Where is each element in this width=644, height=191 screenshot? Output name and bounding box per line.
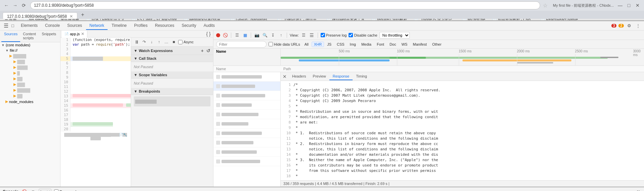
filter-doc[interactable]: Doc xyxy=(387,42,399,47)
tab-resources[interactable]: Resources xyxy=(152,22,177,30)
breakpoint-item-1[interactable]: █████████ xyxy=(134,96,210,106)
filter-other[interactable]: Other xyxy=(430,42,444,47)
tree-item-3a[interactable]: ▶ ███ xyxy=(0,59,60,64)
maximize-button[interactable]: □ xyxy=(625,2,633,9)
sources-subtab-sources[interactable]: Sources xyxy=(1,31,20,42)
network-row-9[interactable] xyxy=(213,147,280,157)
filter-font[interactable]: Font xyxy=(374,42,387,47)
tab-sources[interactable]: Sources xyxy=(64,22,85,30)
tree-item-3e[interactable]: ▶ ███ xyxy=(0,82,60,87)
filter-ws[interactable]: WS xyxy=(399,42,410,47)
settings-button[interactable]: ⚙ xyxy=(626,22,633,29)
active-browser-tab[interactable]: 127.0.0.1:8080/debug?port=5858 ✕ xyxy=(3,12,77,19)
watch-expressions-header[interactable]: ▼ Watch Expressions + ↺ xyxy=(131,47,213,55)
watch-refresh-button[interactable]: ↺ xyxy=(206,48,210,53)
detail-tab-timing[interactable]: Timing xyxy=(353,73,370,80)
network-row-10[interactable] xyxy=(213,157,280,166)
stop-debug-button[interactable]: ■ xyxy=(171,39,177,45)
tree-item-file[interactable]: ▼ file:// xyxy=(0,48,60,53)
console-filter-button[interactable]: ▼ xyxy=(30,189,36,191)
console-preserve-log-checkbox[interactable] xyxy=(54,189,58,191)
tree-item-3d[interactable]: ▶ ██ xyxy=(0,76,60,82)
format-code-button[interactable]: { } xyxy=(205,31,212,37)
watch-add-button[interactable]: + xyxy=(201,48,204,53)
tab-elements[interactable]: Elements xyxy=(17,22,41,30)
network-row-4[interactable] xyxy=(213,100,280,110)
view-large-rows[interactable]: ☰ xyxy=(309,32,315,38)
camera-icon[interactable]: 📷 xyxy=(254,32,260,38)
step-over-button[interactable]: ↷ xyxy=(141,39,147,45)
breakpoints-header[interactable]: ▼ Breakpoints xyxy=(131,88,213,95)
disable-cache-checkbox[interactable] xyxy=(349,33,353,37)
detail-tab-preview[interactable]: Preview xyxy=(310,73,329,80)
import-icon[interactable]: ↧ xyxy=(270,32,276,38)
tree-item-core[interactable]: ▼ (core modules) xyxy=(0,42,60,48)
async-checkbox-label[interactable]: Async xyxy=(178,40,194,44)
tree-item-3g[interactable]: ▶ ██ xyxy=(0,93,60,99)
filter-xhr[interactable]: XHR xyxy=(312,42,324,47)
console-clear-button[interactable]: 🚫 xyxy=(21,189,27,191)
forward-button[interactable]: → xyxy=(11,2,19,9)
network-row-5[interactable] xyxy=(213,110,280,119)
tab-audits[interactable]: Audits xyxy=(200,22,218,30)
scope-header[interactable]: ▼ Scope Variables xyxy=(131,71,213,79)
disable-cache-label[interactable]: Disable cache xyxy=(349,33,377,37)
reload-button[interactable]: ⟳ xyxy=(20,2,28,9)
file-tab-appjs[interactable]: 📄 app.js ✕ xyxy=(62,31,87,38)
file-tab-close[interactable]: ✕ xyxy=(81,32,84,36)
inspect-element-button[interactable]: □ xyxy=(9,22,16,29)
toggle-sidebar-button[interactable]: ☰ xyxy=(3,22,9,29)
new-tab-button[interactable]: + xyxy=(79,11,87,19)
export-icon[interactable]: ↑ xyxy=(278,32,284,38)
more-menu-button[interactable]: ⋮ xyxy=(635,22,641,29)
tree-item-3f[interactable]: ▶ █████ xyxy=(0,87,60,93)
tab-network[interactable]: Network xyxy=(86,22,108,30)
filter-img[interactable]: Img xyxy=(348,42,358,47)
console-tab-label[interactable]: Console xyxy=(3,189,18,191)
tab-security[interactable]: Security xyxy=(178,22,199,30)
console-preserve-log-label[interactable]: Preserve log xyxy=(54,189,80,191)
filter-css[interactable]: CSS xyxy=(334,42,347,47)
view-waterfall-icon[interactable]: ▦ xyxy=(242,32,248,38)
response-content[interactable]: 1 /* 2 * Copyright (C) 2006, 2007, 2008 … xyxy=(281,81,644,180)
filter-all[interactable]: All xyxy=(302,42,311,47)
filter-input[interactable] xyxy=(216,41,267,48)
back-button[interactable]: ← xyxy=(3,2,10,9)
detail-tab-response[interactable]: Response xyxy=(329,73,353,80)
step-out-button[interactable]: ↑ xyxy=(156,39,162,45)
tab-profiles[interactable]: Profiles xyxy=(131,22,151,30)
filter-icon[interactable]: 🔍 xyxy=(262,32,268,38)
filter-media[interactable]: Media xyxy=(359,42,374,47)
network-row-3[interactable] xyxy=(213,91,280,100)
tree-item-3b[interactable]: ▶ ████ xyxy=(0,64,60,70)
preserve-log-checkbox[interactable] xyxy=(321,33,325,37)
hide-data-urls-checkbox[interactable] xyxy=(269,42,273,46)
tree-item-2[interactable]: ▶ █████ xyxy=(0,53,60,59)
address-bar[interactable]: 127.0.0.1:8080/debug?port=5858 xyxy=(30,1,540,9)
pause-button[interactable]: ⏸ xyxy=(134,39,140,45)
close-console-button[interactable]: ✕ xyxy=(635,189,641,191)
deactivate-breakpoints-button[interactable]: … xyxy=(163,39,169,45)
preserve-log-label[interactable]: Preserve log xyxy=(321,33,347,37)
filter-manifest[interactable]: Manifest xyxy=(410,42,429,47)
network-row-6[interactable] xyxy=(213,119,280,129)
view-list-icon[interactable]: ☰ xyxy=(234,32,240,38)
sources-subtab-content[interactable]: Content scripts xyxy=(20,31,39,42)
tab-close-btn[interactable]: ✕ xyxy=(70,14,73,19)
detail-tab-headers[interactable]: Headers xyxy=(289,73,310,80)
code-editor[interactable]: 1 (function (exports, require, module, _… xyxy=(61,38,131,187)
record-button[interactable] xyxy=(216,33,220,37)
tab-timeline[interactable]: Timeline xyxy=(108,22,130,30)
tree-item-3c[interactable]: ▶ █ xyxy=(0,70,60,76)
throttle-select[interactable]: No throttling xyxy=(379,32,410,39)
network-row-2[interactable] xyxy=(213,82,280,91)
tab-console[interactable]: Console xyxy=(42,22,63,30)
view-small-rows[interactable]: ☰ xyxy=(301,32,307,38)
hide-data-urls-label[interactable]: Hide data URLs xyxy=(269,42,300,46)
console-context-select[interactable]: top xyxy=(39,189,51,191)
async-checkbox[interactable] xyxy=(178,40,183,44)
col-name[interactable]: Name xyxy=(213,49,281,65)
detail-close-button[interactable]: ✕ xyxy=(281,73,289,81)
network-row-7[interactable] xyxy=(213,129,280,138)
filter-js[interactable]: JS xyxy=(325,42,334,47)
